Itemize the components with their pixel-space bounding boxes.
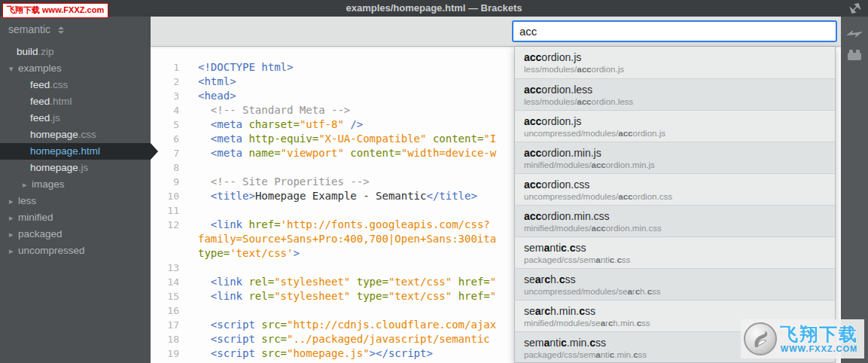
- folder-open-arrow-icon[interactable]: ▾: [9, 60, 18, 77]
- folder-closed-arrow-icon[interactable]: ▸: [9, 243, 18, 259]
- quick-open-result-row[interactable]: accordion.jsless/modules/accordion.js: [515, 47, 835, 78]
- result-file-path: uncompressed/modules/accordion.css: [524, 191, 826, 202]
- tree-file-feed[interactable]: feed.css: [0, 77, 151, 93]
- title-bar: examples/homepage.html — Brackets: [0, 0, 868, 17]
- file-extension: .html: [50, 96, 72, 107]
- quick-open-result-row[interactable]: accordion.min.cssminified/modules/accord…: [515, 205, 835, 236]
- file-name: homepage: [30, 162, 78, 173]
- quick-open-result-row[interactable]: accordion.min.jsminified/modules/accordi…: [515, 142, 835, 173]
- site-watermark-badge: 飞翔下载 www.FXXZ.com: [2, 3, 108, 18]
- code-text: <script src="../packaged/javascript/sema…: [186, 332, 490, 346]
- folder-name: packaged: [18, 228, 62, 239]
- line-number: 8: [151, 160, 186, 175]
- window-title: examples/homepage.html — Brackets: [0, 0, 868, 17]
- code-text: <head>: [186, 89, 236, 103]
- line-number: 13: [151, 261, 186, 275]
- tree-file-feed[interactable]: feed.html: [0, 93, 151, 110]
- folder-closed-arrow-icon[interactable]: ▸: [9, 209, 18, 226]
- quick-open-search-input[interactable]: [512, 20, 837, 42]
- code-text: [186, 261, 198, 275]
- file-extension: .zip: [38, 46, 54, 57]
- quick-open-result-row[interactable]: accordion.jsuncompressed/modules/accordi…: [515, 110, 835, 142]
- result-file-name: accordion.min.js: [524, 146, 826, 160]
- tree-folder-examples[interactable]: ▾examples: [0, 60, 151, 77]
- result-file-name: accordion.less: [524, 83, 826, 96]
- line-number: 11: [151, 203, 186, 218]
- line-number: 5: [151, 117, 186, 132]
- quick-open-result-row[interactable]: search.cssuncompressed/modules/search.cs…: [515, 268, 835, 300]
- tree-file-homepage[interactable]: homepage.html: [0, 143, 151, 160]
- tree-folder-uncompressed[interactable]: ▸uncompressed: [0, 243, 151, 259]
- code-text: <!DOCTYPE html>: [186, 60, 293, 75]
- tree-folder-minified[interactable]: ▸minified: [0, 209, 151, 226]
- file-name: homepage: [30, 145, 78, 157]
- right-toolbar: [841, 17, 868, 363]
- line-number: [151, 232, 186, 246]
- up-down-caret-icon: [58, 26, 64, 34]
- quick-open-bar: [151, 17, 841, 47]
- result-file-name: accordion.min.css: [524, 209, 826, 223]
- site-watermark: 飞翔下载 WWW.FXXZ.COM: [741, 319, 864, 358]
- tree-file-build[interactable]: build.zip: [0, 44, 151, 60]
- line-number: 14: [151, 275, 186, 289]
- code-text: [186, 304, 198, 318]
- code-text: <!-- Site Properities -->: [186, 175, 370, 189]
- folder-closed-arrow-icon[interactable]: ▸: [9, 193, 18, 209]
- code-text: <title>Homepage Example - Semantic</titl…: [186, 189, 477, 203]
- tree-folder-images[interactable]: ▸images: [0, 176, 151, 193]
- result-file-path: less/modules/accordion.js: [524, 64, 826, 75]
- line-number: 12: [151, 218, 186, 232]
- code-text: [186, 203, 198, 218]
- code-text: <meta name="viewport" content="width=dev…: [186, 146, 496, 160]
- folder-name: images: [32, 178, 65, 190]
- watermark-site-name: 飞翔下载: [780, 325, 858, 344]
- code-text: <meta http-equiv="X-UA-Compatible" conte…: [186, 132, 496, 146]
- folder-closed-arrow-icon[interactable]: ▸: [23, 176, 32, 193]
- file-extension: .js: [50, 112, 60, 124]
- result-file-path: less/modules/accordion.less: [524, 96, 826, 107]
- file-extension: .css: [50, 79, 68, 90]
- tree-folder-packaged[interactable]: ▸packaged: [0, 226, 151, 243]
- file-extension: .html: [78, 145, 100, 157]
- extension-manager-brick-icon[interactable]: [841, 45, 868, 68]
- project-sidebar: semantic build.zip▾examplesfeed.cssfeed.…: [0, 17, 151, 363]
- quick-open-result-row[interactable]: accordion.cssuncompressed/modules/accord…: [515, 173, 835, 205]
- quick-open-result-row[interactable]: semantic.csspackaged/css/semantic.css: [515, 236, 835, 268]
- tree-file-homepage[interactable]: homepage.js: [0, 160, 151, 176]
- result-file-name: semantic.css: [524, 241, 826, 255]
- code-text: <link rel="stylesheet" type="text/css" h…: [186, 289, 496, 304]
- code-text: <meta charset="utf-8" />: [186, 117, 363, 132]
- folder-name: less: [18, 195, 36, 206]
- line-number: 16: [151, 304, 186, 318]
- project-switcher[interactable]: semantic: [0, 17, 151, 42]
- line-number: 15: [151, 289, 186, 304]
- result-file-path: minified/modules/accordion.min.css: [524, 223, 826, 233]
- result-file-name: accordion.js: [524, 50, 826, 64]
- project-name: semantic: [8, 23, 50, 35]
- tree-file-feed[interactable]: feed.js: [0, 110, 151, 127]
- code-text: <link rel="stylesheet" type="text/css" h…: [186, 275, 496, 289]
- result-file-name: accordion.css: [524, 178, 826, 191]
- quick-open-results: accordion.jsless/modules/accordion.jsacc…: [514, 47, 836, 363]
- fullscreen-expand-icon[interactable]: [848, 2, 862, 15]
- line-number: 19: [151, 346, 186, 361]
- tree-file-homepage[interactable]: homepage.css: [0, 127, 151, 143]
- quick-open-result-row[interactable]: accordion.lessless/modules/accordion.les…: [515, 78, 835, 110]
- line-number: 3: [151, 89, 186, 103]
- line-number: 4: [151, 103, 186, 117]
- result-file-path: uncompressed/modules/accordion.js: [524, 128, 826, 139]
- result-file-name: search.min.css: [524, 304, 826, 318]
- code-text: <html>: [186, 75, 236, 89]
- result-file-path: packaged/css/semantic.css: [524, 255, 826, 265]
- code-text: [186, 160, 198, 175]
- file-name: build: [17, 46, 38, 57]
- result-file-path: minified/modules/accordion.min.js: [524, 160, 826, 170]
- code-text: <link href='http://fonts.googleapis.com/…: [186, 218, 490, 232]
- file-extension: .css: [78, 129, 96, 140]
- tree-folder-less[interactable]: ▸less: [0, 193, 151, 209]
- file-name: feed: [30, 112, 50, 124]
- live-preview-lightning-icon[interactable]: [841, 23, 868, 45]
- code-text: <script src="homepage.js"></script>: [186, 346, 433, 361]
- folder-closed-arrow-icon[interactable]: ▸: [9, 226, 18, 243]
- code-text: type='text/css'>: [186, 246, 300, 261]
